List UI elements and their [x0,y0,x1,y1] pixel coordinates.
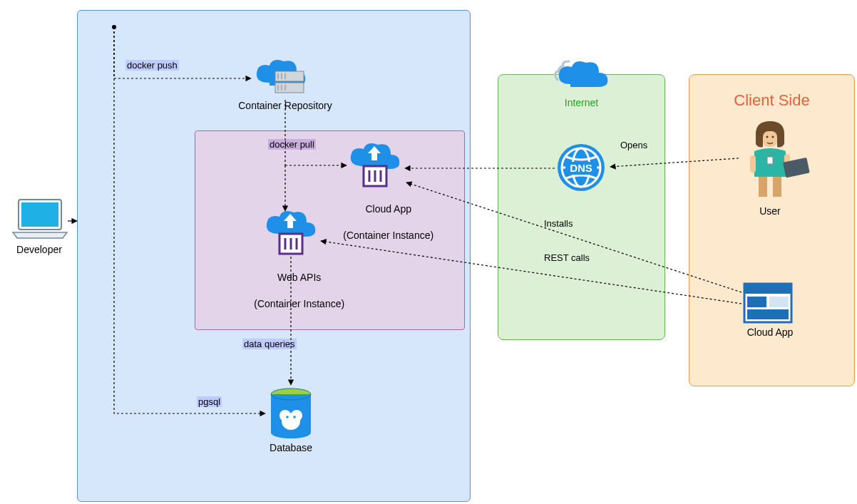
edge-installs: Installs [544,218,573,229]
cloud-app-instance-label: Cloud App (Container Instance) [314,190,449,254]
svg-point-33 [772,136,774,138]
diagram-stage: DNS [0,0,857,504]
internet-label: Internet [498,97,665,108]
svg-point-23 [286,416,289,418]
edge-rest-calls: REST calls [544,252,590,263]
cloud-app-line1: Cloud App [365,203,411,215]
svg-rect-45 [747,309,789,319]
database-icon [271,389,311,438]
web-apis-instance-label: Web APIs (Container Instance) [221,258,364,323]
client-cloud-app-icon [744,284,791,322]
database-label: Database [255,442,327,453]
svg-rect-44 [769,297,789,307]
svg-rect-34 [767,157,773,164]
developer-label: Developer [0,244,78,255]
edge-pgsql: pgsql [197,396,222,407]
user-icon [750,121,810,197]
svg-rect-2 [275,71,304,81]
container-repository-label: Container Repository [214,100,356,111]
svg-text:DNS: DNS [570,162,592,174]
svg-point-24 [293,416,296,418]
svg-line-50 [406,182,741,292]
svg-rect-39 [759,177,767,197]
cloud-app-instance-icon [351,143,399,186]
svg-rect-42 [744,284,791,294]
svg-rect-36 [750,155,756,173]
edge-opens: Opens [620,140,647,150]
web-apis-line1: Web APIs [277,272,321,283]
web-apis-line2: (Container Instance) [254,298,344,309]
svg-rect-1 [21,202,58,227]
svg-line-49 [610,158,739,167]
svg-point-22 [282,413,300,430]
svg-rect-40 [773,177,781,197]
laptop-icon [13,200,67,238]
edge-data-queries: data queries [242,339,297,349]
edge-docker-push: docker push [125,60,179,71]
svg-rect-31 [763,131,777,147]
svg-rect-3 [275,83,304,93]
svg-point-52 [112,25,116,29]
svg-point-32 [766,136,769,138]
web-apis-instance-icon [267,211,315,254]
svg-rect-43 [747,297,766,307]
client-cloud-app-label: Cloud App [727,326,813,338]
cloud-app-line2: (Container Instance) [343,230,433,241]
edge-docker-pull: docker pull [268,139,316,150]
client-side-title: Client Side [689,91,855,110]
container-repository-icon [257,60,305,93]
internet-cloud-icon [555,61,607,87]
user-label: User [727,205,813,217]
dns-icon: DNS [558,144,605,191]
